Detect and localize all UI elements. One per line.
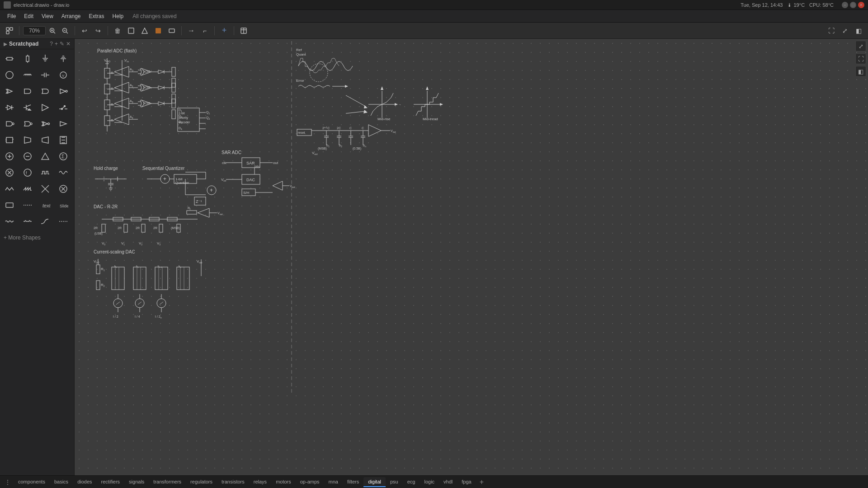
rect-button[interactable] (166, 25, 178, 37)
fullscreen-canvas-button[interactable]: ⛶ (855, 53, 866, 64)
shape-mux[interactable] (20, 132, 35, 148)
reset-view-button[interactable]: ⤢ (839, 25, 851, 37)
shape-xnor[interactable] (38, 116, 53, 131)
shape-ground[interactable] (38, 51, 53, 66)
shape-wavy[interactable] (2, 214, 17, 229)
shape-sigma[interactable]: Σ (56, 149, 71, 164)
tab-transistors[interactable]: transistors (217, 477, 249, 487)
tab-op-amps[interactable]: op-amps (296, 477, 324, 487)
undo-button[interactable]: ↩ (79, 25, 90, 37)
tab-logic[interactable]: logic (420, 477, 439, 487)
tab-rectifiers[interactable]: rectifiers (97, 477, 125, 487)
shape-power[interactable] (56, 51, 71, 66)
more-shapes-button[interactable]: + More Shapes (0, 231, 74, 244)
format-button[interactable] (125, 25, 137, 37)
tab-regulators[interactable]: regulators (186, 477, 217, 487)
shape-cross[interactable] (38, 181, 53, 197)
tab-mna[interactable]: mna (324, 477, 343, 487)
menu-arrange[interactable]: Arrange (58, 12, 85, 21)
shape-not[interactable] (56, 84, 71, 99)
shape-and[interactable] (20, 84, 35, 99)
zoom-in-button[interactable] (47, 25, 58, 37)
sidebar-collapse-icon[interactable]: ▶ (4, 42, 7, 47)
menu-help[interactable]: Help (109, 12, 127, 21)
shape-demux[interactable] (38, 132, 53, 148)
side-panel-button[interactable]: ◧ (855, 66, 866, 77)
tab-vhdl[interactable]: vhdl (439, 477, 457, 487)
shape-transistor-npn[interactable] (20, 100, 35, 115)
shape-or[interactable] (38, 84, 53, 99)
shape-inductor[interactable] (20, 67, 35, 83)
shape-text2[interactable]: Slider (56, 197, 71, 213)
arrow-button[interactable]: → (185, 25, 197, 37)
delete-button[interactable]: 🗑 (112, 25, 123, 37)
canvas-area[interactable]: Parallel ADC (flash) VDD Vin R A1 (75, 39, 868, 475)
style-button[interactable] (139, 25, 151, 37)
redo-button[interactable]: ↪ (92, 25, 104, 37)
elbow-button[interactable]: ⌐ (199, 25, 211, 37)
shape-arc[interactable] (56, 214, 71, 229)
menu-extras[interactable]: Extras (85, 12, 108, 21)
shape-nand[interactable] (2, 116, 17, 131)
shape-triangle-up[interactable] (38, 149, 53, 164)
tab-more-button[interactable]: ⋮ (2, 477, 14, 488)
shape-func-circle[interactable]: f (20, 165, 35, 180)
shape-triangle-wave[interactable] (2, 181, 17, 197)
tab-psu[interactable]: psu (386, 477, 403, 487)
insert-button[interactable]: + (218, 25, 230, 37)
tab-digital[interactable]: digital (363, 477, 386, 487)
shape-sawtooth[interactable] (20, 181, 35, 197)
tab-filters[interactable]: filters (343, 477, 363, 487)
shape-rect-outline[interactable] (2, 197, 17, 213)
shape-circle-x[interactable] (56, 181, 71, 197)
minimize-button[interactable]: − (842, 2, 848, 8)
shape-xor[interactable] (2, 84, 17, 99)
view-toggle-button[interactable] (4, 25, 15, 37)
tab-add-button[interactable]: + (476, 476, 487, 488)
shape-ff[interactable] (2, 132, 17, 148)
table-button[interactable] (238, 25, 250, 37)
shape-buffer[interactable] (56, 116, 71, 131)
shape-resistor-v[interactable] (20, 51, 35, 66)
shape-text[interactable]: text (38, 197, 53, 213)
sidebar-close-button[interactable]: ✕ (66, 41, 71, 47)
shape-nor[interactable] (20, 116, 35, 131)
shape-switch[interactable] (56, 100, 71, 115)
zoom-out-button[interactable] (59, 25, 71, 37)
tab-basics[interactable]: basics (50, 477, 73, 487)
close-button[interactable]: ✕ (858, 2, 864, 8)
canvas-content[interactable]: Parallel ADC (flash) VDD Vin R A1 (75, 39, 868, 475)
tab-diodes[interactable]: diodes (73, 477, 96, 487)
window-controls[interactable]: − □ ✕ (842, 2, 864, 8)
shape-resistor-h[interactable] (2, 51, 17, 66)
tab-signals[interactable]: signals (124, 477, 149, 487)
shape-add-circle[interactable] (2, 149, 17, 164)
shape-waveform[interactable] (38, 165, 53, 180)
shape-dashed-line[interactable] (20, 197, 35, 213)
tab-motors[interactable]: motors (271, 477, 296, 487)
sidebar-edit-button[interactable]: ✎ (60, 41, 64, 47)
shape-circle[interactable] (2, 67, 17, 83)
shape-diode[interactable] (2, 100, 17, 115)
shape-cap[interactable] (38, 67, 53, 83)
tab-components[interactable]: components (14, 477, 50, 487)
fullscreen-button[interactable]: ⛶ (826, 25, 837, 37)
menu-view[interactable]: View (38, 12, 57, 21)
tab-ecg[interactable]: ecg (403, 477, 420, 487)
shape-flat-wave[interactable] (20, 214, 35, 229)
menu-file[interactable]: File (4, 12, 19, 21)
tab-fpga[interactable]: fpga (457, 477, 476, 487)
color-button[interactable] (152, 25, 164, 37)
sidebar-help-button[interactable]: ? (50, 41, 53, 47)
shape-minus-circle[interactable] (20, 149, 35, 164)
shape-sine[interactable] (56, 165, 71, 180)
maximize-button[interactable]: □ (850, 2, 856, 8)
fit-page-button[interactable]: ⤢ (855, 41, 866, 52)
shape-opamp[interactable] (38, 100, 53, 115)
sidebar-add-button[interactable]: + (55, 41, 58, 47)
shape-7seg[interactable] (56, 132, 71, 148)
tab-transformers[interactable]: transformers (149, 477, 186, 487)
shape-s-curve[interactable] (38, 214, 53, 229)
menu-edit[interactable]: Edit (20, 12, 37, 21)
collapse-button[interactable]: ◧ (853, 25, 864, 37)
